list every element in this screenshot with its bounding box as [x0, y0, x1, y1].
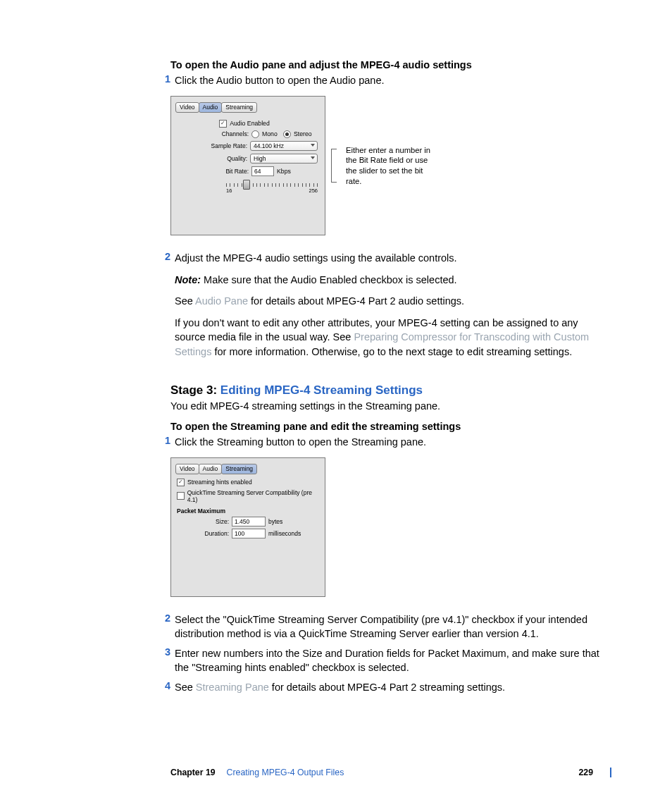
tab-video[interactable]: Video: [175, 464, 199, 474]
step-text: Select the "QuickTime Streaming Server C…: [175, 612, 611, 641]
duration-unit: milliseconds: [268, 530, 301, 537]
stage-3-heading: Stage 3: Editing MPEG-4 Streaming Settin…: [170, 383, 611, 398]
quality-label: Quality:: [206, 155, 247, 162]
step-text: Click the Audio button to open the Audio…: [175, 73, 611, 87]
stage-intro: You edit MPEG-4 streaming settings in th…: [170, 399, 611, 414]
bitrate-label: Bit Rate:: [208, 168, 249, 175]
samplerate-label: Sample Rate:: [206, 142, 247, 149]
step-text: Enter new numbers into the Size and Dura…: [175, 646, 611, 674]
chapter-label: Chapter 19: [170, 768, 216, 777]
tab-streaming[interactable]: Streaming: [221, 464, 257, 474]
duration-label: Duration:: [177, 530, 229, 537]
slider-min: 16: [226, 187, 232, 194]
tab-audio[interactable]: Audio: [199, 464, 223, 474]
task-heading-1: To open the Audio pane and adjust the MP…: [170, 59, 611, 70]
step-text: Adjust the MPEG-4 audio settings using t…: [175, 251, 611, 266]
task-heading-2: To open the Streaming pane and edit the …: [170, 421, 611, 432]
audio-enabled-checkbox[interactable]: ✓: [219, 120, 227, 128]
step-text: Click the Streaming button to open the S…: [175, 435, 611, 449]
stereo-label: Stereo: [294, 130, 318, 137]
tab-streaming[interactable]: Streaming: [221, 102, 257, 113]
streaming-pane-link[interactable]: Streaming Pane: [196, 682, 269, 693]
see-prefix: See: [175, 682, 196, 693]
stage-prefix: Stage 3:: [170, 383, 220, 397]
samplerate-dropdown[interactable]: 44.100 kHz: [250, 141, 318, 151]
step-number: 1: [156, 73, 175, 85]
callout-line: [331, 149, 342, 183]
bitrate-unit: Kbps: [277, 168, 318, 175]
stage-title-link[interactable]: Editing MPEG-4 Streaming Settings: [220, 383, 423, 397]
step-number: 4: [156, 680, 175, 691]
bitrate-input[interactable]: 64: [251, 166, 274, 176]
note-label: Note:: [175, 274, 201, 285]
size-input[interactable]: 1.450: [232, 517, 266, 526]
audio-pane-link[interactable]: Audio Pane: [195, 295, 248, 307]
packet-max-label: Packet Maximum: [177, 507, 319, 515]
para-if-b: for more information. Otherwise, go to t…: [211, 346, 572, 357]
streaming-hints-checkbox[interactable]: ✓: [177, 479, 185, 486]
step-number: 2: [156, 251, 175, 262]
audio-enabled-label: Audio Enabled: [230, 120, 270, 127]
page-number: 229: [578, 768, 593, 777]
callout-text: Either enter a number in the Bit Rate fi…: [346, 145, 437, 186]
radio-stereo[interactable]: [283, 130, 291, 138]
bitrate-slider[interactable]: 16 256: [226, 179, 318, 192]
note-body: Make sure that the Audio Enabled checkbo…: [201, 274, 457, 285]
duration-input[interactable]: 100: [232, 529, 266, 538]
qt-compat-label: QuickTime Streaming Server Compatibility…: [187, 489, 319, 503]
channels-label: Channels:: [208, 130, 249, 137]
size-unit: bytes: [268, 518, 282, 525]
see-suffix: for details about MPEG-4 Part 2 streamin…: [269, 682, 505, 693]
step-number: 2: [156, 612, 175, 624]
page-footer: Chapter 19 Creating MPEG-4 Output Files …: [170, 768, 611, 777]
radio-mono[interactable]: [251, 130, 259, 138]
qt-compat-checkbox[interactable]: [177, 492, 185, 500]
see-prefix: See: [175, 295, 195, 307]
slider-max: 256: [309, 187, 318, 194]
chapter-title: Creating MPEG-4 Output Files: [227, 768, 344, 777]
audio-pane-figure: Video Audio Streaming ✓ Audio Enabled Ch…: [170, 96, 611, 235]
step-number: 3: [156, 646, 175, 658]
audio-pane-panel: Video Audio Streaming ✓ Audio Enabled Ch…: [170, 96, 325, 235]
mono-label: Mono: [262, 130, 280, 137]
size-label: Size:: [177, 518, 229, 525]
see-suffix: for details about MPEG-4 Part 2 audio se…: [248, 295, 464, 307]
tab-video[interactable]: Video: [175, 102, 199, 113]
step-number: 1: [156, 435, 175, 446]
quality-dropdown[interactable]: High: [250, 154, 318, 164]
streaming-pane-figure: Video Audio Streaming ✓ Streaming hints …: [170, 457, 611, 597]
streaming-pane-panel: Video Audio Streaming ✓ Streaming hints …: [170, 457, 325, 597]
streaming-hints-label: Streaming hints enabled: [187, 479, 252, 486]
tab-audio[interactable]: Audio: [199, 102, 223, 113]
